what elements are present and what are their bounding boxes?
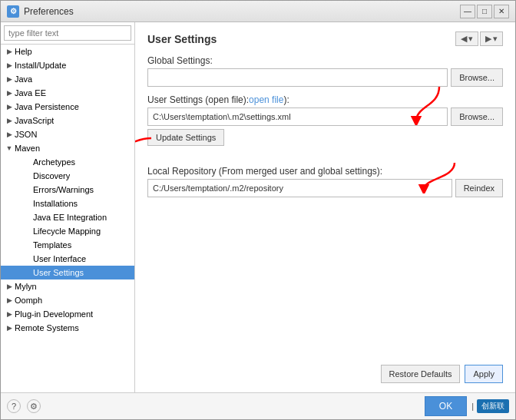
- brand-area: | 创新联: [471, 399, 509, 413]
- global-settings-browse-button[interactable]: Browse...: [451, 68, 503, 87]
- ok-button[interactable]: OK: [425, 396, 467, 416]
- nav-buttons: ◀ ▾ ▶ ▾: [455, 31, 503, 46]
- nav-back-button[interactable]: ◀ ▾: [455, 31, 478, 46]
- sidebar-item-install-update[interactable]: Install/Update: [1, 58, 134, 72]
- footer-right: OK | 创新联: [425, 396, 509, 416]
- settings-icon[interactable]: ⚙: [27, 399, 41, 413]
- sidebar-item-discovery[interactable]: Discovery: [1, 169, 134, 183]
- expand-icon: [4, 48, 15, 55]
- maximize-button[interactable]: □: [477, 5, 492, 18]
- sidebar-item-mylyn[interactable]: Mylyn: [1, 279, 134, 293]
- sidebar-item-maven[interactable]: Maven: [1, 141, 134, 155]
- local-repo-input[interactable]: [147, 179, 452, 197]
- forward-icon: ▶: [485, 34, 491, 44]
- red-arrow-3: [408, 163, 470, 193]
- sidebar-item-json[interactable]: JSON: [1, 127, 134, 141]
- sidebar-item-user-settings[interactable]: User Settings: [1, 266, 134, 279]
- back-icon: ◀: [461, 34, 467, 44]
- main-panel: User Settings ◀ ▾ ▶ ▾ Global Settings:: [135, 22, 515, 392]
- sidebar-item-javascript[interactable]: JavaScript: [1, 114, 134, 127]
- app-icon: ⚙: [7, 5, 19, 18]
- window-controls: — □ ✕: [460, 5, 509, 18]
- expand-icon: [4, 144, 15, 152]
- expand-icon: [4, 310, 15, 318]
- sidebar-item-installations[interactable]: Installations: [1, 197, 134, 210]
- sidebar-item-java-ee[interactable]: Java EE: [1, 86, 134, 100]
- forward-dropdown-icon: ▾: [493, 34, 498, 44]
- red-arrow-2: [135, 131, 159, 177]
- panel-title: User Settings: [147, 33, 217, 45]
- update-settings-button[interactable]: Update Settings: [147, 129, 224, 146]
- expand-icon: [4, 117, 15, 124]
- tree-container: Help Install/Update Java Java EE: [1, 45, 134, 392]
- sidebar-item-errors-warnings[interactable]: Errors/Warnings: [1, 183, 134, 197]
- footer-bar: ? ⚙ OK | 创新联: [1, 392, 515, 419]
- brand-separator: |: [471, 402, 474, 411]
- minimize-button[interactable]: —: [460, 5, 475, 18]
- close-button[interactable]: ✕: [494, 5, 509, 18]
- sidebar-item-help[interactable]: Help: [1, 45, 134, 58]
- bottom-actions: Restore Defaults Apply: [147, 352, 503, 383]
- help-icon[interactable]: ?: [7, 399, 21, 413]
- apply-button[interactable]: Apply: [465, 365, 503, 383]
- sidebar-item-remote-systems[interactable]: Remote Systems: [1, 321, 134, 335]
- sidebar-item-archetypes[interactable]: Archetypes: [1, 155, 134, 169]
- open-file-link[interactable]: open file: [249, 94, 283, 105]
- expand-icon: [4, 89, 15, 97]
- sidebar-item-java-persistence[interactable]: Java Persistence: [1, 100, 134, 114]
- sidebar-item-plug-in-development[interactable]: Plug-in Development: [1, 307, 134, 321]
- expand-icon: [4, 324, 15, 332]
- filter-input[interactable]: [4, 25, 131, 41]
- sidebar-item-lifecycle-mapping[interactable]: Lifecycle Mapping: [1, 224, 134, 238]
- red-arrow-1: [408, 87, 470, 125]
- brand-label: 创新联: [477, 399, 509, 413]
- nav-forward-button[interactable]: ▶ ▾: [480, 31, 503, 46]
- restore-defaults-button[interactable]: Restore Defaults: [381, 365, 461, 383]
- global-settings-row: Browse...: [147, 68, 503, 87]
- preferences-window: ⚙ Preferences — □ ✕ Help: [0, 0, 516, 420]
- expand-icon: [4, 103, 15, 111]
- sidebar-item-templates[interactable]: Templates: [1, 238, 134, 252]
- user-settings-input[interactable]: [147, 107, 448, 126]
- global-settings-input[interactable]: [147, 68, 448, 87]
- expand-icon: [4, 61, 15, 69]
- footer-icons: ? ⚙: [7, 399, 41, 413]
- global-settings-label: Global Settings:: [147, 55, 503, 66]
- expand-icon: [4, 131, 15, 138]
- title-bar: ⚙ Preferences — □ ✕: [1, 1, 515, 22]
- expand-icon: [4, 75, 15, 83]
- sidebar-item-java[interactable]: Java: [1, 72, 134, 86]
- global-settings-group: Global Settings: Browse...: [147, 55, 503, 87]
- window-title: Preferences: [24, 6, 455, 17]
- sidebar-item-oomph[interactable]: Oomph: [1, 293, 134, 307]
- filter-box: [1, 22, 134, 45]
- panel-header: User Settings ◀ ▾ ▶ ▾: [147, 31, 503, 46]
- expand-icon: [4, 296, 15, 304]
- sidebar-item-java-ee-integration[interactable]: Java EE Integration: [1, 210, 134, 224]
- expand-icon: [4, 283, 15, 290]
- sidebar-item-user-interface[interactable]: User Interface: [1, 252, 134, 266]
- content-area: Help Install/Update Java Java EE: [1, 22, 515, 392]
- back-dropdown-icon: ▾: [468, 34, 473, 44]
- sidebar: Help Install/Update Java Java EE: [1, 22, 135, 392]
